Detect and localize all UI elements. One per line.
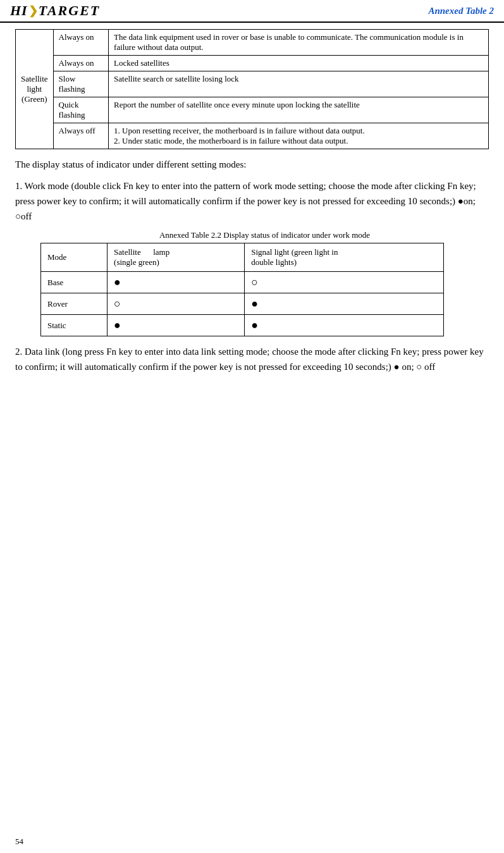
work-mode-table: Mode Satellite lamp (single green) Signa… bbox=[40, 243, 444, 336]
paragraph-3: 2. Data link (long press Fn key to enter… bbox=[15, 344, 489, 374]
table-row: Satellite light (Green) Always on The da… bbox=[16, 30, 489, 56]
description-col: 1. Upon resetting receiver, the motherbo… bbox=[109, 123, 489, 149]
mode-base: Base bbox=[41, 272, 108, 293]
table-row: Quick flashing Report the number of sate… bbox=[16, 97, 489, 123]
table-row: Slow flashing Satellite search or satell… bbox=[16, 71, 489, 97]
description-col: Report the number of satellite once ever… bbox=[109, 97, 489, 123]
logo-hi: HI bbox=[10, 3, 28, 19]
table-row-static: Static ● ● bbox=[41, 315, 444, 336]
mode-rover: Rover bbox=[41, 293, 108, 315]
col-header-mode: Mode bbox=[41, 243, 108, 272]
page-title: Annexed Table 2 bbox=[428, 6, 494, 16]
rover-signal: ● bbox=[245, 293, 444, 315]
table-row-base: Base ● ○ bbox=[41, 272, 444, 293]
state-col: Slow flashing bbox=[53, 71, 108, 97]
logo: HI ❯ TARGET bbox=[10, 3, 100, 19]
page-content: Satellite light (Green) Always on The da… bbox=[0, 23, 504, 387]
logo-target: TARGET bbox=[39, 3, 101, 19]
paragraph-2: 1. Work mode (double click Fn key to ent… bbox=[15, 178, 489, 224]
table-row-rover: Rover ○ ● bbox=[41, 293, 444, 315]
state-col: Always on bbox=[53, 56, 108, 71]
logo-arrow-icon: ❯ bbox=[28, 4, 38, 18]
mode-static: Static bbox=[41, 315, 108, 336]
table-header-row: Mode Satellite lamp (single green) Signa… bbox=[41, 243, 444, 272]
page-number: 54 bbox=[15, 837, 23, 847]
static-signal: ● bbox=[245, 315, 444, 336]
satellite-light-table: Satellite light (Green) Always on The da… bbox=[15, 29, 489, 149]
sub-table-caption: Annexed Table 2.2 Display status of indi… bbox=[40, 230, 489, 240]
state-col: Quick flashing bbox=[53, 97, 108, 123]
table-row: Always on Locked satellites bbox=[16, 56, 489, 71]
sub-table-wrapper: Mode Satellite lamp (single green) Signa… bbox=[40, 243, 489, 336]
description-col: Locked satellites bbox=[109, 56, 489, 71]
page-header: HI ❯ TARGET Annexed Table 2 bbox=[0, 0, 504, 23]
base-satellite: ● bbox=[108, 272, 245, 293]
base-signal: ○ bbox=[245, 272, 444, 293]
table-row: Always off 1. Upon resetting receiver, t… bbox=[16, 123, 489, 149]
static-satellite: ● bbox=[108, 315, 245, 336]
rover-satellite: ○ bbox=[108, 293, 245, 315]
satellite-light-label: Satellite light (Green) bbox=[16, 30, 54, 149]
state-col: Always off bbox=[53, 123, 108, 149]
description-col: Satellite search or satellite losing loc… bbox=[109, 71, 489, 97]
description-col: The data link equipment used in rover or… bbox=[109, 30, 489, 56]
col-header-signal: Signal light (green light in double ligh… bbox=[245, 243, 444, 272]
state-col: Always on bbox=[53, 30, 108, 56]
paragraph-1: The display status of indicator under di… bbox=[15, 157, 489, 172]
col-header-satellite: Satellite lamp (single green) bbox=[108, 243, 245, 272]
